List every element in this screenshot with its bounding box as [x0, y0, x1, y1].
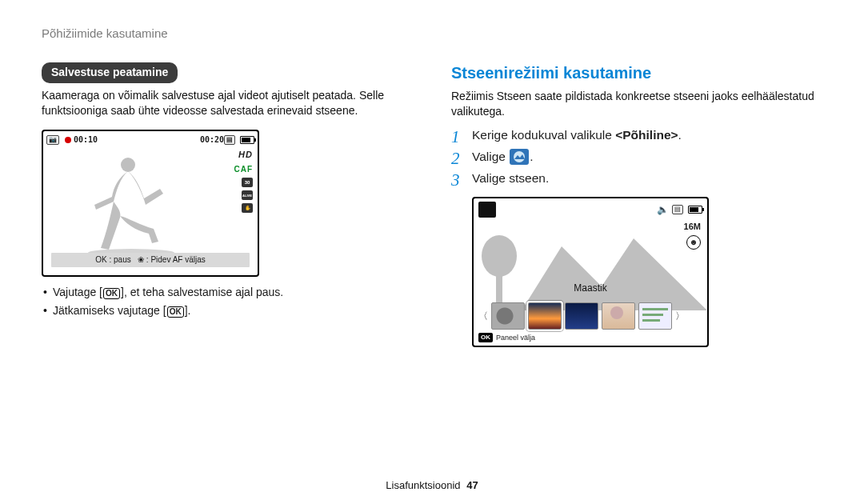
next-scene-arrow-icon[interactable]: 〉 — [675, 304, 685, 328]
prev-scene-arrow-icon[interactable]: 〈 — [478, 304, 488, 328]
scene-thumb[interactable] — [491, 302, 525, 330]
ok-badge-icon: OK — [478, 333, 493, 342]
right-column: Stseenirežiimi kasutamine Režiimis Stsee… — [451, 62, 822, 347]
memory-card-icon: ▤ — [672, 205, 683, 214]
page-footer: Lisafunktsioonid 47 — [0, 478, 864, 493]
landscape-art-icon — [474, 214, 707, 310]
left-paragraph: Kaameraga on võimalik salvestuse ajal vi… — [42, 88, 413, 118]
recording-hint-strip: OK : paus ❀ : Pidev AF väljas — [51, 253, 250, 267]
page-number: 47 — [466, 479, 478, 491]
recording-side-icons: HD CAF 30 ALIVE ✋ — [234, 149, 253, 213]
memory-card-icon: ▤ — [224, 135, 235, 145]
right-intro: Režiimis Stseen saate pildistada konkree… — [451, 89, 822, 119]
battery-icon — [688, 206, 702, 214]
bullet-resume: Jätkamiseks vajutage [OK]. — [43, 303, 413, 318]
ok-key-icon: OK — [103, 288, 120, 299]
step1-bold: <Põhiline> — [615, 128, 678, 142]
two-column-layout: Salvestuse peatamine Kaameraga on võimal… — [42, 62, 822, 347]
bullet-pause: Vajutage [OK], et teha salvestamise ajal… — [43, 285, 413, 300]
step-2: Valige . — [451, 149, 822, 166]
flower-icon: ❀ — [138, 255, 144, 264]
total-time: 00:20 — [200, 134, 224, 146]
scene-selection-illustration: 🔈 ▤ 16M ☻ Maastik 〈 — [472, 197, 709, 347]
battery-icon — [240, 136, 254, 144]
scene-bottom-hint: OK Paneel välja — [478, 333, 535, 342]
step-3: Valige stseen. — [451, 170, 822, 187]
svg-point-0 — [121, 158, 135, 172]
manual-page: Põhižiimide kasutamine Salvestuse peatam… — [0, 0, 864, 504]
scene-thumbnails-row: 〈 〉 — [478, 302, 702, 330]
scene-mode-heading: Stseenirežiimi kasutamine — [451, 62, 822, 84]
recording-screen-illustration: 📷 00:10 00:20 ▤ HD CAF 30 ALIVE ✋ — [42, 130, 259, 277]
hint-af-part: : Pidev AF väljas — [146, 255, 206, 264]
left-column: Salvestuse peatamine Kaameraga on võimal… — [42, 62, 413, 347]
hd-badge: HD — [238, 149, 253, 161]
stabilization-icon: ✋ — [242, 203, 253, 213]
step-1: Kerige kodukuval valikule <Põhiline>. — [451, 127, 822, 144]
alive-icon: ALIVE — [242, 190, 253, 200]
running-header: Põhižiimide kasutamine — [42, 26, 822, 42]
panel-hint-text: Paneel välja — [496, 333, 535, 342]
left-bullet-list: Vajutage [OK], et teha salvestamise ajal… — [43, 285, 413, 318]
elapsed-time: 00:10 — [74, 134, 98, 146]
scene-thumb-selected[interactable] — [528, 302, 562, 330]
caf-label: CAF — [234, 164, 253, 175]
scene-thumb[interactable] — [638, 302, 672, 330]
selected-scene-name: Maastik — [474, 282, 707, 294]
svg-point-5 — [482, 235, 517, 277]
scene-thumb[interactable] — [565, 302, 598, 330]
scene-mode-icon — [510, 149, 529, 165]
camera-mode-icon: 📷 — [46, 135, 59, 145]
hint-ok-part: OK : paus — [95, 255, 130, 264]
section-pill: Salvestuse peatamine — [42, 62, 178, 83]
record-indicator-icon — [65, 137, 71, 143]
dancer-silhouette-icon — [72, 154, 184, 258]
footer-section: Lisafunktsioonid — [386, 479, 460, 491]
scene-thumb[interactable] — [602, 302, 635, 330]
fps-icon: 30 — [242, 178, 253, 187]
scene-mode-steps: Kerige kodukuval valikule <Põhiline>. Va… — [451, 127, 822, 187]
ok-key-icon: OK — [167, 306, 184, 318]
recording-topbar: 📷 00:10 00:20 ▤ — [43, 131, 258, 146]
